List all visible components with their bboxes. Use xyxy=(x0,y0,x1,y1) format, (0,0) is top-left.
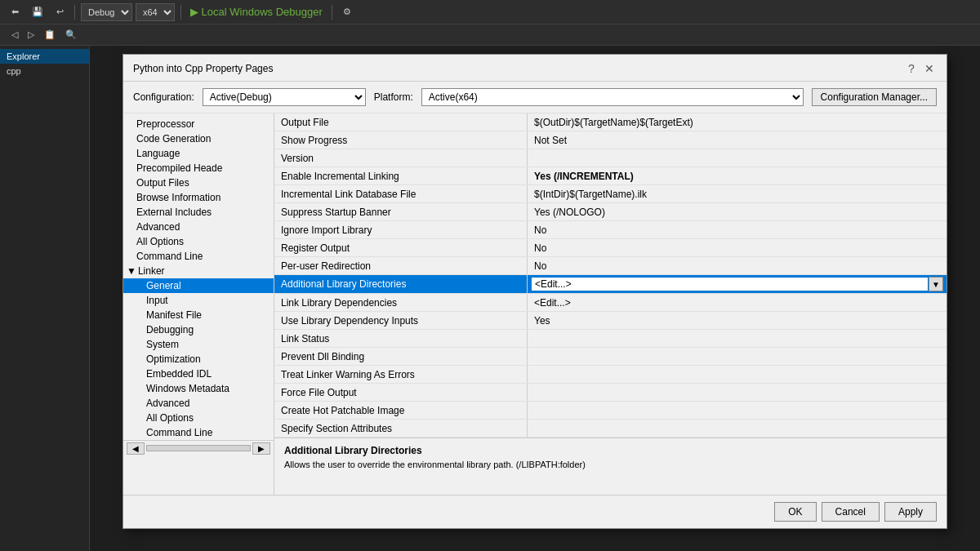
prop-name-cell: Create Hot Patchable Image xyxy=(274,402,528,419)
table-row[interactable]: Specify Section Attributes xyxy=(274,420,947,438)
table-row[interactable]: Prevent Dll Binding xyxy=(274,348,947,366)
tree-item[interactable]: External Includes xyxy=(123,205,274,220)
table-row[interactable]: Create Hot Patchable Image xyxy=(274,402,947,420)
tree-item-label: Precompiled Heade xyxy=(136,162,222,174)
tree-item[interactable]: Embedded IDL xyxy=(123,367,274,381)
tree-item-label: Input xyxy=(146,295,168,306)
tree-item-label: All Options xyxy=(136,236,184,247)
toolbar-back[interactable]: ⬅ xyxy=(7,5,24,19)
tree-item[interactable]: Advanced xyxy=(123,220,274,234)
dialog-help-button[interactable]: ? xyxy=(904,61,919,76)
toolbar-extra[interactable]: ⚙ xyxy=(338,5,356,19)
table-row[interactable]: Treat Linker Warning As Errors xyxy=(274,366,947,384)
apply-button[interactable]: Apply xyxy=(884,502,937,522)
tree-item[interactable]: All Options xyxy=(123,234,274,249)
props-table: Output File$(OutDir)$(TargetName)$(Targe… xyxy=(274,113,947,438)
prop-name-cell: Version xyxy=(274,149,528,167)
run-button[interactable]: ▶ Local Windows Debugger xyxy=(187,6,326,18)
platform-label: Platform: xyxy=(374,91,413,103)
table-row[interactable]: Version xyxy=(274,149,947,167)
prop-value-cell xyxy=(528,384,947,401)
table-row[interactable]: Suppress Startup BannerYes (/NOLOGO) xyxy=(274,203,947,221)
toolbar2-btn4[interactable]: 🔍 xyxy=(60,28,82,42)
prop-name-cell: Register Output xyxy=(274,239,528,256)
scroll-right-btn[interactable]: ▶ xyxy=(252,442,270,455)
platform-select[interactable]: x64 xyxy=(136,3,175,21)
toolbar-save[interactable]: 💾 xyxy=(27,5,48,19)
table-row[interactable]: Link Status xyxy=(274,330,947,348)
toolbar-undo[interactable]: ↩ xyxy=(51,5,69,19)
tree-item[interactable]: Output Files xyxy=(123,176,274,190)
prop-value-cell: Yes xyxy=(528,312,947,329)
dialog-close-button[interactable]: ✕ xyxy=(922,61,937,76)
tree-item-label: Command Line xyxy=(136,251,203,262)
table-row[interactable]: Link Library Dependencies<Edit...> xyxy=(274,294,947,312)
table-row[interactable]: Register OutputNo xyxy=(274,239,947,257)
tree-item[interactable]: Input xyxy=(123,293,274,308)
scroll-left-btn[interactable]: ◀ xyxy=(127,442,145,455)
table-row[interactable]: Ignore Import LibraryNo xyxy=(274,221,947,239)
prop-value-cell[interactable]: ▼ xyxy=(528,275,947,293)
description-text: Allows the user to override the environm… xyxy=(284,460,937,469)
tree-item[interactable]: Language xyxy=(123,146,274,161)
table-row[interactable]: Force File Output xyxy=(274,384,947,402)
prop-value-cell xyxy=(528,149,947,167)
platform-select[interactable]: Active(x64) xyxy=(421,88,804,106)
table-row[interactable]: Use Library Dependency InputsYes xyxy=(274,312,947,330)
cancel-button[interactable]: Cancel xyxy=(822,502,880,522)
expand-icon: ▼ xyxy=(127,265,136,277)
toolbar2-btn3[interactable]: 📋 xyxy=(39,28,60,42)
debug-select[interactable]: Debug xyxy=(81,3,132,21)
scrollbar-thumb[interactable] xyxy=(146,445,251,451)
tree-item[interactable]: Browse Information xyxy=(123,190,274,205)
table-row[interactable]: Enable Incremental LinkingYes (/INCREMEN… xyxy=(274,167,947,185)
sidebar-item-explorer[interactable]: Explorer xyxy=(0,49,89,64)
tree-item-label: System xyxy=(146,339,179,350)
sidebar-item-cpp[interactable]: cpp xyxy=(0,64,89,78)
prop-name-cell: Link Status xyxy=(274,330,528,347)
toolbar2-btn1[interactable]: ◁ xyxy=(7,28,23,42)
tree-item[interactable]: Manifest File xyxy=(123,308,274,322)
prop-name-cell: Prevent Dll Binding xyxy=(274,348,528,365)
tree-item[interactable]: General xyxy=(123,278,274,293)
tree-item-label: Output Files xyxy=(136,177,189,189)
config-label: Configuration: xyxy=(133,91,194,103)
tree-panel: PreprocessorCode GenerationLanguagePreco… xyxy=(123,113,274,495)
tree-item[interactable]: Windows Metadata xyxy=(123,381,274,396)
tree-group-header[interactable]: ▼ Linker xyxy=(123,264,274,278)
tree-item[interactable]: Command Line xyxy=(123,425,274,440)
config-manager-button[interactable]: Configuration Manager... xyxy=(812,88,937,106)
table-row[interactable]: Output File$(OutDir)$(TargetName)$(Targe… xyxy=(274,113,947,131)
tree-item[interactable]: All Options xyxy=(123,411,274,425)
tree-item[interactable]: Optimization xyxy=(123,352,274,367)
table-row[interactable]: Additional Library Directories ▼ xyxy=(274,275,947,294)
tree-item-label: Code Generation xyxy=(136,133,211,144)
prop-edit-input[interactable] xyxy=(531,277,929,291)
prop-name-cell: Ignore Import Library xyxy=(274,221,528,238)
tree-item[interactable]: Code Generation xyxy=(123,131,274,146)
prop-dropdown-btn[interactable]: ▼ xyxy=(929,277,943,291)
ide-sidebar: Explorer cpp xyxy=(0,46,90,551)
table-row[interactable]: Show ProgressNot Set xyxy=(274,131,947,149)
tree-item[interactable]: Preprocessor xyxy=(123,117,274,131)
prop-value-cell xyxy=(528,330,947,347)
tree-item-label: Optimization xyxy=(146,353,201,365)
prop-value-cell xyxy=(528,420,947,437)
tree-item[interactable]: System xyxy=(123,337,274,352)
ide-body: Explorer cpp Python into Cpp Property Pa… xyxy=(0,46,980,551)
tree-item[interactable]: Command Line xyxy=(123,249,274,264)
tree-item[interactable]: Precompiled Heade xyxy=(123,161,274,176)
description-title: Additional Library Directories xyxy=(284,445,937,456)
ok-button[interactable]: OK xyxy=(774,502,816,522)
prop-name-cell: Use Library Dependency Inputs xyxy=(274,312,528,329)
tree-item[interactable]: Advanced xyxy=(123,396,274,411)
toolbar2-btn2[interactable]: ▷ xyxy=(23,28,39,42)
config-select[interactable]: Active(Debug) xyxy=(203,88,366,106)
table-row[interactable]: Per-user RedirectionNo xyxy=(274,257,947,275)
prop-name-cell: Per-user Redirection xyxy=(274,257,528,274)
dialog-controls: ? ✕ xyxy=(904,61,937,76)
tree-item-label: Manifest File xyxy=(146,309,202,321)
tree-item-label: Embedded IDL xyxy=(146,368,212,380)
table-row[interactable]: Incremental Link Database File$(IntDir)$… xyxy=(274,185,947,203)
tree-item[interactable]: Debugging xyxy=(123,322,274,337)
